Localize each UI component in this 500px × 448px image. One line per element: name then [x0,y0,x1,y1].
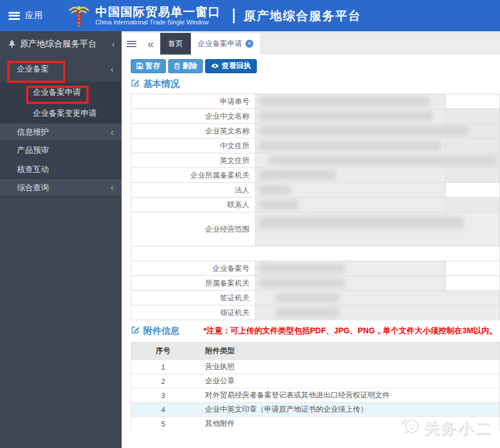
form-value-belonging-authority[interactable] [256,276,499,290]
hamburger-icon [127,41,136,47]
sidebar-group: 产品预审 核查互动 [0,141,122,179]
form-value-company-name-en[interactable] [256,124,499,138]
sidebar-item-comprehensive-query[interactable]: 综合查询 [0,179,122,196]
form-label: 申请单号 [131,94,256,108]
blurred-value [276,308,339,317]
blurred-value [259,263,344,273]
tab-home[interactable]: 首页 [160,33,191,55]
delete-button[interactable]: 删除 [168,59,203,73]
sidebar: 原产地综合服务平台 企业备案 企业备案申请 企业备案变更申请 信息维护 产品预审… [0,31,122,448]
form-row: 所属备案机关 [131,276,499,291]
save-button[interactable]: 暂存 [131,59,166,73]
form-value-business-scope[interactable] [256,212,499,246]
sidebar-item-label: 原产地综合服务平台 [20,39,112,49]
floppy-icon [136,62,143,69]
form-label: 企业中文名称 [131,109,256,123]
blurred-value [276,293,339,303]
sidebar-submenu: 企业备案申请 企业备案变更申请 [0,82,122,124]
form-row: 企业备案号 [131,261,499,276]
brand-block: 中国国际贸易单一窗口 China International Trade Sin… [95,5,220,26]
serial-cell: 3 [131,391,195,400]
form-row: 企业中文名称 [131,109,499,124]
sidebar-item-filing-application[interactable]: 企业备案申请 [0,82,122,103]
form-value-visa-authority[interactable] [256,291,499,305]
form-label: 签证机关 [131,291,256,305]
blurred-value [259,185,290,195]
header-bar: 应用 中国国际贸易单一窗口 China International Trade … [0,0,500,31]
type-cell: 营业执照 [195,362,499,372]
save-label: 暂存 [145,61,160,71]
form-row: 签证机关 [131,291,499,305]
form-label: 领证机关 [131,305,256,320]
sidebar-item-label: 综合查询 [17,183,111,193]
customs-caduceus-logo-icon [67,3,91,28]
form-row: 联系人 [131,198,499,212]
tab-bar: 首页 企业备案申请 [122,33,500,55]
attachment-row[interactable]: 1 营业执照 [131,359,499,374]
tab-enterprise-filing-application[interactable]: 企业备案申请 [191,33,261,55]
chevron-left-icon [111,64,114,74]
hamburger-icon[interactable] [9,12,20,20]
tabbar-collapse-button[interactable] [141,33,160,55]
view-receipt-button[interactable]: 查看回执 [205,59,257,73]
sidebar-item-label: 企业备案申请 [33,87,81,98]
form-row: 企业英文名称 [131,124,499,139]
form-value-address-en[interactable] [256,153,499,168]
type-cell: 企业中英文印章（申请原产地证书的企业须上传） [195,404,499,414]
form-value-company-name-cn[interactable] [256,109,499,123]
form-row: 领证机关 [131,305,499,320]
form-spacer-row [131,246,499,261]
attachment-row-highlighted[interactable]: 4 企业中英文印章（申请原产地证书的企业须上传） [131,402,499,416]
blurred-value [259,200,299,210]
sidebar-item-filing-change-application[interactable]: 企业备案变更申请 [0,103,122,124]
form-value-filing-authority[interactable] [256,168,499,182]
app-menu-button[interactable]: 应用 [25,10,43,21]
close-icon[interactable] [245,40,253,48]
form-row: 中文住所 [131,139,499,153]
eye-icon [211,63,219,69]
form-value-application-no[interactable] [256,94,499,108]
type-cell: 对外贸易经营者备案登记表或其他进出口经营权证明文件 [195,390,499,400]
form-label: 法人 [131,183,256,197]
type-cell: 企业公章 [195,376,499,386]
form-value-legal-person[interactable] [256,183,499,197]
serial-cell: 4 [131,405,195,414]
blurred-value [259,170,336,180]
trash-icon [174,62,180,69]
serial-cell: 2 [131,377,195,386]
attachment-row[interactable]: 2 企业公章 [131,374,499,388]
sidebar-item-label: 核查互动 [17,165,49,175]
sidebar-item-info-maintenance[interactable]: 信息维护 [0,124,122,141]
sidebar-item-label: 信息维护 [17,127,111,137]
sidebar-item-product-preview[interactable]: 产品预审 [0,141,122,160]
chevron-left-icon [112,39,115,49]
column-header-serial: 序号 [131,346,195,356]
blurred-value [259,141,441,150]
sidebar-item-label: 企业备案变更申请 [33,108,97,119]
form-value-contact-person[interactable] [256,198,499,212]
brand-title: 中国国际贸易单一窗口 [95,5,220,19]
sidebar-item-enterprise-filing[interactable]: 企业备案 [0,57,122,82]
form-row: 企业所属备案机关 [131,168,499,183]
header-divider [233,9,235,23]
form-value-address-cn[interactable] [256,139,499,153]
attachment-row[interactable]: 3 对外贸易经营者备案登记表或其他进出口经营权证明文件 [131,388,499,402]
section-title-text: 基本情况 [143,78,180,90]
blurred-value [269,156,497,165]
sidebar-item-platform-root[interactable]: 原产地综合服务平台 [0,31,122,57]
section-basic-info: 基本情况 [131,78,500,90]
view-receipt-label: 查看回执 [222,61,251,71]
tabbar-menu-button[interactable] [122,33,141,55]
edit-icon [131,325,140,337]
watermark-text: 关务小二 [424,418,492,439]
section-title-text: 附件信息 [143,325,180,337]
form-label: 中文住所 [131,139,256,153]
sidebar-item-verification-interaction[interactable]: 核查互动 [0,160,122,179]
form-value-filing-no[interactable] [256,261,499,275]
form-label: 企业英文名称 [131,124,256,138]
form-label: 企业经营范围 [131,212,256,246]
form-row: 英文住所 [131,153,499,168]
attachments-title: 附件信息 [131,325,180,337]
form-label: 所属备案机关 [131,276,256,290]
form-value-certificate-authority[interactable] [256,305,499,320]
